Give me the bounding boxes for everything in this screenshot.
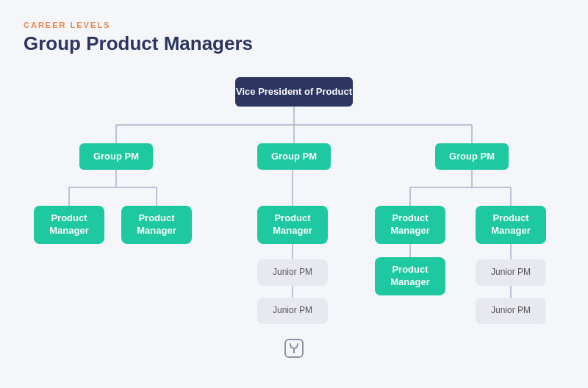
pm-left-right: Product Manager (121, 206, 192, 244)
junior-pm-right-right-2: Junior PM (476, 298, 546, 324)
org-chart: Vice President of Product Group PM Group… (0, 62, 588, 371)
group-pm-mid: Group PM (257, 143, 331, 170)
group-pm-left: Group PM (79, 143, 153, 170)
pm-right-left: Product Manager (375, 206, 445, 244)
footer-logo (284, 338, 304, 362)
page-title: Group Product Managers (24, 32, 564, 55)
junior-pm-mid-1: Junior PM (257, 259, 328, 286)
career-levels-label: CAREER LEVELS (24, 21, 564, 29)
pm-mid-left: Product Manager (257, 206, 328, 244)
junior-pm-right-right-1: Junior PM (476, 259, 546, 286)
group-pm-right: Group PM (435, 143, 509, 170)
page-header: CAREER LEVELS Group Product Managers (0, 0, 588, 62)
pm-right-left-2: Product Manager (375, 257, 445, 295)
junior-pm-mid-2: Junior PM (257, 298, 328, 324)
vp-node: Vice President of Product (235, 77, 353, 107)
pm-left-left: Product Manager (34, 206, 104, 244)
pm-right-right: Product Manager (476, 206, 546, 244)
